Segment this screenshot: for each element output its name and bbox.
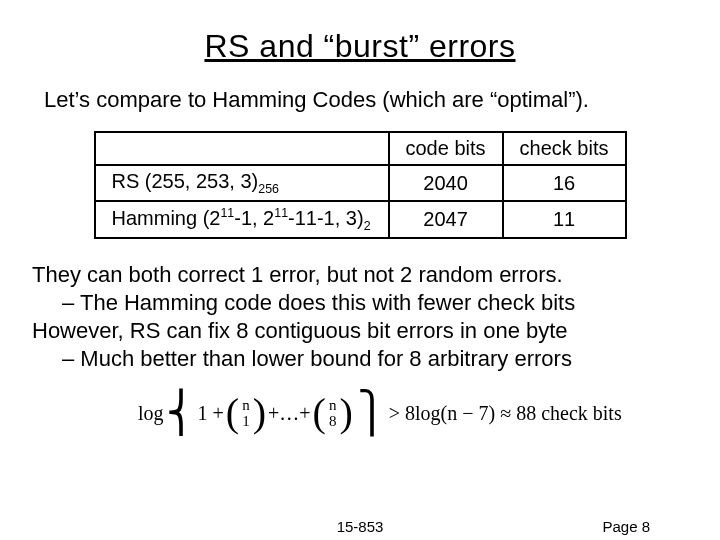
rs-checkbits: 16 xyxy=(503,165,626,201)
binom2-bot: 8 xyxy=(329,413,337,429)
formula-plus2: + xyxy=(299,402,310,425)
formula: log ⎨ 1 + ( n1 ) + … + ( n8 ) ⎫ > 8log(n… xyxy=(138,393,690,433)
hamming-label-c: -11-1, 3) xyxy=(288,207,364,229)
body-subline: Much better than lower bound for 8 arbit… xyxy=(78,345,690,373)
hamming-checkbits: 11 xyxy=(503,201,626,238)
footer-page: Page 8 xyxy=(602,518,650,535)
row-label-rs: RS (255, 253, 3)256 xyxy=(95,165,389,201)
rs-label-text: RS (255, 253, 3) xyxy=(112,170,259,192)
binom-1: ( n1 ) xyxy=(226,393,266,433)
binom2-top: n xyxy=(329,397,337,413)
footer-course: 15-853 xyxy=(337,518,384,535)
hamming-codebits: 2047 xyxy=(389,201,503,238)
table-row: Hamming (211-1, 211-11-1, 3)2 2047 11 xyxy=(95,201,626,238)
intro-text: Let’s compare to Hamming Codes (which ar… xyxy=(44,87,690,113)
body-text: They can both correct 1 error, but not 2… xyxy=(32,261,690,374)
row-label-hamming: Hamming (211-1, 211-11-1, 3)2 xyxy=(95,201,389,238)
table-header-codebits: code bits xyxy=(389,132,503,165)
formula-plus1: + xyxy=(268,402,279,425)
table-header-checkbits: check bits xyxy=(503,132,626,165)
hamming-label-a: Hamming (2 xyxy=(112,207,221,229)
body-subline: The Hamming code does this with fewer ch… xyxy=(78,289,690,317)
body-line: They can both correct 1 error, but not 2… xyxy=(32,261,690,289)
rs-label-sub: 256 xyxy=(258,182,279,196)
hamming-sub: 2 xyxy=(364,219,371,233)
formula-tail: > 8log(n − 7) ≈ 88 check bits xyxy=(389,402,622,425)
binom1-bot: 1 xyxy=(242,413,250,429)
hamming-sup1: 11 xyxy=(220,206,234,220)
formula-dots: … xyxy=(279,402,299,425)
body-line: However, RS can fix 8 contiguous bit err… xyxy=(32,317,690,345)
binom1-top: n xyxy=(242,397,250,413)
slide-title: RS and “burst” errors xyxy=(30,28,690,65)
table-blank-header xyxy=(95,132,389,165)
binom-2: ( n8 ) xyxy=(313,393,353,433)
table-row: RS (255, 253, 3)256 2040 16 xyxy=(95,165,626,201)
formula-log: log xyxy=(138,402,164,425)
rs-codebits: 2040 xyxy=(389,165,503,201)
hamming-label-b: -1, 2 xyxy=(234,207,274,229)
formula-open-bracket: ⎨ xyxy=(166,393,196,433)
formula-oneplus: 1 + xyxy=(198,402,224,425)
formula-close-bracket: ⎫ xyxy=(357,393,387,433)
comparison-table: code bits check bits RS (255, 253, 3)256… xyxy=(94,131,627,239)
hamming-sup2: 11 xyxy=(274,206,288,220)
